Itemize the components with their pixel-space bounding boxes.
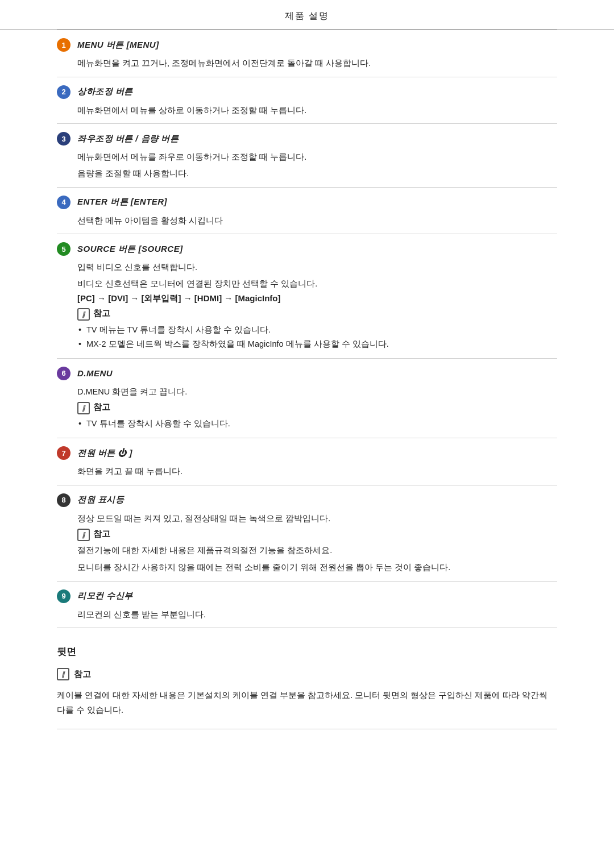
item-desc-2: 메뉴화면에서 메뉴를 상하로 이동하거나 조정할 때 누릅니다.: [77, 103, 557, 118]
back-note-block: ∥ 참고: [57, 667, 557, 680]
item-number-2: 2: [57, 85, 70, 99]
item-3: 3 좌우조정 버튼 / 음량 버튼 메뉴화면에서 메뉴를 좌우로 이동하거나 조…: [57, 124, 557, 187]
item-title-2: 상하조정 버튼: [77, 86, 133, 97]
page-title: 제품 설명: [0, 0, 614, 30]
back-section-title: 뒷면: [57, 645, 557, 658]
item-desc-6: D.MENU 화면을 켜고 끕니다.: [77, 385, 557, 399]
note-icon-8: ∥: [77, 529, 90, 541]
bullet-list-5: TV 메뉴는 TV 튜너를 장착시 사용할 수 있습니다. MX-2 모델은 네…: [77, 323, 557, 351]
item-6: 6 D.MENU D.MENU 화면을 켜고 끕니다. ∥ 참고 TV 튜너를 …: [57, 359, 557, 438]
item-1: 1 MENU 버튼 [MENU] 메뉴화면을 켜고 끄거나, 조정메뉴화면에서 …: [57, 30, 557, 77]
back-desc: 케이블 연결에 대한 자세한 내용은 기본설치의 케이블 연결 부분을 참고하세…: [57, 688, 557, 717]
note-label-8: 참고: [93, 528, 110, 539]
note-label-5: 참고: [93, 308, 110, 319]
bullet-list-6: TV 튜너를 장착시 사용할 수 있습니다.: [77, 417, 557, 431]
item-extra-desc-8b: 모니터를 장시간 사용하지 않을 때에는 전력 소비를 줄이기 위해 전원선을 …: [77, 560, 557, 575]
item-desc-3: 메뉴화면에서 메뉴를 좌우로 이동하거나 조정할 때 누릅니다. 음량을 조절할…: [77, 150, 557, 180]
item-title-6: D.MENU: [77, 368, 113, 378]
item-number-4: 4: [57, 196, 70, 209]
item-desc-4: 선택한 메뉴 아이템을 활성화 시킵니다: [77, 214, 557, 228]
item-8: 8 전원 표시등 정상 모드일 때는 켜져 있고, 절전상태일 때는 녹색으로 …: [57, 485, 557, 582]
item-desc-9: 리모컨의 신호를 받는 부분입니다.: [77, 608, 557, 622]
bottom-divider: [57, 729, 557, 729]
note-icon-5: ∥: [77, 308, 90, 321]
back-note-label: 참고: [74, 668, 91, 680]
item-4: 4 ENTER 버튼 [ENTER] 선택한 메뉴 아이템을 활성화 시킵니다: [57, 188, 557, 235]
item-2: 2 상하조정 버튼 메뉴화면에서 메뉴를 상하로 이동하거나 조정할 때 누릅니…: [57, 77, 557, 124]
item-number-8: 8: [57, 493, 70, 507]
item-number-6: 6: [57, 367, 70, 380]
note-block-5: ∥ 참고: [77, 308, 557, 321]
item-desc-5a: 입력 비디오 신호를 선택합니다. 비디오 신호선택은 모니터에 연결된 장치만…: [77, 260, 557, 290]
item-desc-7: 화면을 켜고 끌 때 누릅니다.: [77, 464, 557, 479]
item-title-7: 전원 버튼 ⏻ ]: [77, 448, 132, 459]
item-title-9: 리모컨 수신부: [77, 591, 133, 601]
item-number-1: 1: [57, 38, 70, 52]
signal-flow: [PC] → [DVI] → [외부입력] → [HDMI] → [MagicI…: [77, 293, 557, 304]
item-number-7: 7: [57, 446, 70, 460]
back-section: 뒷면 ∥ 참고 케이블 연결에 대한 자세한 내용은 기본설치의 케이블 연결 …: [57, 628, 557, 729]
note-block-6: ∥ 참고: [77, 401, 557, 414]
item-9: 9 리모컨 수신부 리모컨의 신호를 받는 부분입니다.: [57, 582, 557, 629]
back-note-icon: ∥: [57, 668, 69, 680]
item-title-5: SOURCE 버튼 [SOURCE]: [77, 244, 183, 255]
item-title-3: 좌우조정 버튼 / 음량 버튼: [77, 134, 179, 144]
item-number-9: 9: [57, 589, 70, 603]
note-icon-6: ∥: [77, 402, 90, 414]
item-title-8: 전원 표시등: [77, 495, 124, 505]
item-extra-desc-8a: 절전기능에 대한 자세한 내용은 제품규격의절전 기능을 참조하세요.: [77, 543, 557, 558]
note-block-8: ∥ 참고: [77, 528, 557, 541]
item-5: 5 SOURCE 버튼 [SOURCE] 입력 비디오 신호를 선택합니다. 비…: [57, 234, 557, 359]
item-7: 7 전원 버튼 ⏻ ] 화면을 켜고 끌 때 누릅니다.: [57, 438, 557, 485]
item-title-4: ENTER 버튼 [ENTER]: [77, 197, 167, 207]
item-number-3: 3: [57, 132, 70, 146]
bullet-6-1: TV 튜너를 장착시 사용할 수 있습니다.: [77, 417, 557, 431]
item-title-1: MENU 버튼 [MENU]: [77, 40, 159, 51]
note-label-6: 참고: [93, 401, 110, 413]
bullet-5-1: TV 메뉴는 TV 튜너를 장착시 사용할 수 있습니다.: [77, 323, 557, 337]
item-number-5: 5: [57, 242, 70, 256]
item-desc-8: 정상 모드일 때는 켜져 있고, 절전상태일 때는 녹색으로 깜박입니다.: [77, 512, 557, 526]
bullet-5-2: MX-2 모델은 네트웍 박스를 장착하였을 때 MagicInfo 메뉴를 사…: [77, 337, 557, 351]
item-desc-1: 메뉴화면을 켜고 끄거나, 조정메뉴화면에서 이전단계로 돌아갈 때 사용합니다…: [77, 56, 557, 70]
